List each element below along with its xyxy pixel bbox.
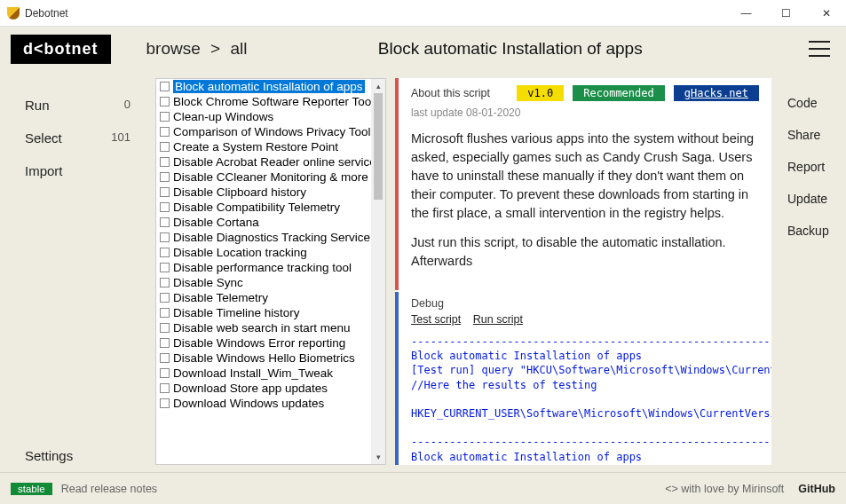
list-item-label: Disable web search in start menu	[173, 321, 351, 335]
close-button[interactable]: ✕	[806, 0, 846, 27]
list-item-label: Clean-up Windows	[173, 110, 273, 123]
list-item[interactable]: Disable Cortana	[156, 215, 371, 230]
crumb-all[interactable]: all	[230, 39, 247, 58]
checkbox[interactable]	[160, 263, 170, 272]
checkbox[interactable]	[160, 232, 170, 242]
list-item[interactable]: Disable Windows Error reporting	[156, 335, 371, 350]
maximize-button[interactable]: ☐	[766, 0, 806, 27]
list-item[interactable]: Disable performance tracking tool	[156, 260, 371, 275]
list-item[interactable]: Disable Location tracking	[156, 245, 371, 260]
list-item[interactable]: Disable Acrobat Reader online service	[156, 154, 371, 169]
list-item[interactable]: Block Chrome Software Reporter Tool	[156, 94, 371, 109]
debug-heading: Debug	[411, 297, 771, 310]
minimize-button[interactable]: —	[726, 0, 766, 27]
release-notes-link[interactable]: Read release notes	[61, 483, 157, 495]
list-item[interactable]: Download Install_Wim_Tweak	[156, 366, 371, 381]
crumb-browse[interactable]: browse	[146, 39, 201, 58]
checkbox[interactable]	[160, 293, 170, 303]
nav-select[interactable]: Select 101	[0, 122, 155, 154]
app-logo: d<botnet	[11, 35, 111, 64]
list-item-label: Disable Windows Error reporting	[173, 336, 345, 350]
list-item-label: Download Windows updates	[173, 397, 324, 410]
checkbox[interactable]	[160, 353, 170, 363]
checkbox[interactable]	[160, 278, 170, 287]
nav-run[interactable]: Run 0	[0, 89, 155, 122]
test-script-link[interactable]: Test script	[411, 313, 461, 326]
main-area: Run 0 Select 101 Import Settings Block a…	[0, 71, 846, 472]
source-link[interactable]: gHacks.net	[674, 85, 759, 101]
page-title: Block automatic Installation of apps	[247, 39, 809, 59]
nav-backup[interactable]: Backup	[777, 215, 846, 247]
nav-settings[interactable]: Settings	[0, 439, 155, 472]
checkbox[interactable]	[160, 127, 170, 137]
list-item-label: Disable Clipboard history	[173, 185, 306, 199]
list-item[interactable]: Disable Compatibility Telemetry	[156, 200, 371, 215]
checkbox[interactable]	[160, 217, 170, 227]
list-item-label: Disable Telemetry	[173, 291, 268, 304]
credit-text: <> with love by Mirinsoft	[665, 483, 784, 495]
nav-share[interactable]: Share	[777, 119, 846, 151]
scroll-down-icon[interactable]: ▾	[371, 450, 385, 464]
nav-report[interactable]: Report	[777, 151, 846, 183]
list-item-label: Disable Compatibility Telemetry	[173, 201, 340, 214]
list-item[interactable]: Disable web search in start menu	[156, 320, 371, 335]
checkbox[interactable]	[160, 172, 170, 182]
list-item-label: Disable Timeline history	[173, 306, 300, 319]
nav-select-count: 101	[111, 130, 130, 146]
checkbox[interactable]	[160, 368, 170, 378]
checkbox[interactable]	[160, 398, 170, 408]
checkbox[interactable]	[160, 383, 170, 393]
list-item[interactable]: Disable Clipboard history	[156, 185, 371, 200]
checkbox[interactable]	[160, 308, 170, 318]
list-item-label: Disable Acrobat Reader online service	[173, 155, 371, 169]
list-item-label: Download Install_Wim_Tweak	[173, 366, 333, 380]
list-item-label: Disable Diagnostics Tracking Service	[173, 231, 370, 244]
run-script-link[interactable]: Run script	[473, 313, 523, 326]
list-item[interactable]: Disable Telemetry	[156, 290, 371, 305]
list-item[interactable]: Download Windows updates	[156, 396, 371, 411]
nav-code[interactable]: Code	[777, 87, 846, 119]
menu-icon[interactable]	[809, 41, 830, 57]
checkbox[interactable]	[160, 112, 170, 122]
checkbox[interactable]	[160, 323, 170, 333]
checkbox[interactable]	[160, 142, 170, 152]
debug-box: Debug Test script Run script -----------…	[395, 292, 771, 465]
list-item[interactable]: Disable Timeline history	[156, 305, 371, 320]
checkbox[interactable]	[160, 248, 170, 257]
script-list: Block automatic Installation of appsBloc…	[155, 78, 386, 465]
scroll-up-icon[interactable]: ▴	[371, 79, 385, 93]
scroll-thumb[interactable]	[374, 93, 383, 200]
app-icon	[7, 7, 20, 20]
checkbox[interactable]	[160, 202, 170, 212]
checkbox[interactable]	[160, 82, 170, 91]
list-item[interactable]: Disable Sync	[156, 275, 371, 290]
nav-update[interactable]: Update	[777, 183, 846, 215]
list-item-label: Disable Sync	[173, 276, 243, 289]
list-item[interactable]: Disable Windows Hello Biometrics	[156, 350, 371, 366]
checkbox[interactable]	[160, 187, 170, 197]
checkbox[interactable]	[160, 97, 170, 106]
list-item[interactable]: Download Store app updates	[156, 381, 371, 396]
about-box: About this script v1.0 Recommended gHack…	[395, 78, 771, 290]
nav-settings-label: Settings	[25, 448, 73, 463]
titlebar: Debotnet — ☐ ✕	[0, 0, 846, 27]
checkbox[interactable]	[160, 338, 170, 348]
list-item[interactable]: Create a System Restore Point	[156, 139, 371, 154]
list-item-label: Disable CCleaner Monitoring & more	[173, 170, 368, 184]
checkbox[interactable]	[160, 157, 170, 167]
nav-select-label: Select	[25, 130, 62, 146]
list-item[interactable]: Block automatic Installation of apps	[156, 79, 371, 94]
list-item-label: Disable Location tracking	[173, 246, 307, 259]
list-item[interactable]: Disable Diagnostics Tracking Service	[156, 230, 371, 245]
list-item[interactable]: Comparison of Windows Privacy Tools	[156, 124, 371, 139]
list-item[interactable]: Clean-up Windows	[156, 109, 371, 124]
breadcrumb: browse > all	[146, 39, 248, 59]
list-item[interactable]: Disable CCleaner Monitoring & more	[156, 169, 371, 185]
github-link[interactable]: GitHub	[798, 483, 835, 495]
debug-output: ----------------------------------------…	[411, 335, 771, 465]
scrollbar[interactable]: ▴ ▾	[371, 79, 385, 464]
nav-import[interactable]: Import	[0, 154, 155, 187]
list-item-label: Comparison of Windows Privacy Tools	[173, 125, 371, 138]
desc-p2: Just run this script, to disable the aut…	[411, 233, 759, 271]
nav-import-label: Import	[25, 163, 63, 178]
